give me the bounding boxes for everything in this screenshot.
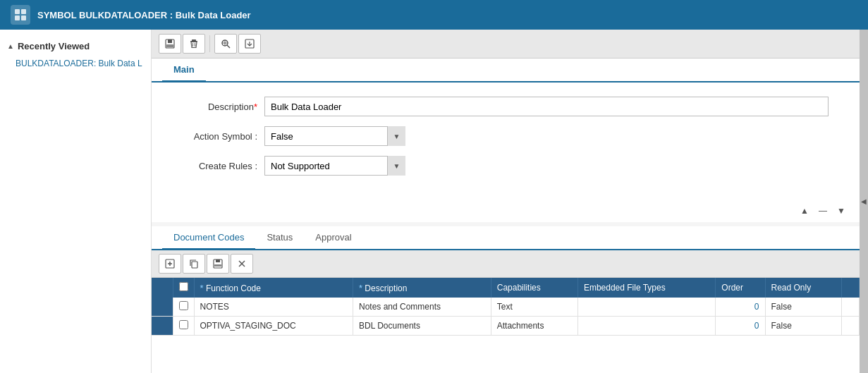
row-description: BDL Documents [353, 317, 491, 336]
table-row: OPTIVA_STAGING_DOC BDL Documents Attachm… [152, 317, 860, 336]
col-embedded-file-types: Embedded File Types [577, 278, 715, 298]
create-rules-row: Create Rules : Not Supported Supported ▼ [173, 156, 838, 176]
col-order: Order [716, 278, 765, 298]
row-extra [841, 298, 859, 317]
save-rows-button[interactable] [207, 254, 229, 274]
row-function-code: OPTIVA_STAGING_DOC [194, 317, 353, 336]
col-checkbox [173, 278, 194, 298]
svg-rect-1 [21, 9, 26, 14]
create-rules-select-wrapper: Not Supported Supported ▼ [264, 156, 405, 176]
svg-rect-3 [21, 16, 26, 20]
app-icon [11, 5, 30, 25]
col-read-only: Read Only [765, 278, 841, 298]
tab-main[interactable]: Main [162, 59, 206, 82]
add-row-button[interactable] [159, 254, 181, 274]
svg-rect-5 [168, 39, 172, 43]
action-symbol-row: Action Symbol : False True ▼ [173, 126, 838, 146]
col-description: * Description [353, 278, 491, 298]
col-extra [841, 278, 859, 298]
chevron-up-icon: ▲ [7, 42, 14, 50]
delete-button[interactable] [183, 34, 205, 54]
row-order: 0 [716, 298, 765, 317]
svg-rect-2 [15, 16, 20, 20]
create-rules-select[interactable]: Not Supported Supported [264, 156, 405, 176]
svg-line-12 [227, 45, 230, 48]
sidebar: ▲ Recently Viewed BULKDATALOADER: Bulk D… [0, 30, 152, 373]
row-extra [841, 317, 859, 336]
tab-approval[interactable]: Approval [304, 226, 362, 250]
col-function-code: * Function Code [194, 278, 353, 298]
export-button[interactable] [238, 34, 261, 54]
svg-rect-6 [166, 44, 173, 47]
svg-rect-0 [15, 9, 20, 14]
recently-viewed-label: Recently Viewed [18, 41, 90, 51]
app-header: SYMBOL BULKDATALOADER : Bulk Data Loader [0, 0, 868, 30]
main-toolbar [152, 30, 860, 59]
sub-toolbar [152, 250, 860, 278]
row-capabilities: Attachments [491, 317, 577, 336]
row-read-only: False [765, 317, 841, 336]
row-checkbox[interactable] [173, 317, 194, 336]
row-function-code: NOTES [194, 298, 353, 317]
collapse-up-button[interactable]: ▲ [797, 203, 812, 219]
action-symbol-select-wrapper: False True ▼ [264, 126, 405, 146]
collapse-handle[interactable]: ◀ [860, 30, 868, 373]
document-codes-table: * Function Code * Description Capabiliti… [152, 278, 860, 336]
section-controls: ▲ — ▼ [152, 200, 860, 222]
sidebar-item-bulkdataloader[interactable]: BULKDATALOADER: Bulk Data L [0, 56, 151, 71]
main-content: Main Description* Action Symbol : False … [152, 30, 860, 373]
description-row: Description* [173, 97, 838, 116]
action-symbol-label: Action Symbol : [173, 131, 264, 142]
description-label: Description* [173, 102, 264, 112]
collapse-down-button[interactable]: ▼ [833, 203, 849, 219]
row-indicator [152, 298, 173, 317]
recently-viewed-header[interactable]: ▲ Recently Viewed [0, 37, 151, 56]
toolbar-separator [209, 35, 210, 52]
main-tabs: Main [152, 59, 860, 82]
row-order: 0 [716, 317, 765, 336]
action-symbol-select[interactable]: False True [264, 126, 405, 146]
row-embedded-file-types [577, 298, 715, 317]
select-all-checkbox[interactable] [179, 282, 188, 291]
description-input[interactable] [264, 97, 829, 116]
tab-document-codes[interactable]: Document Codes [162, 226, 255, 250]
copy-row-button[interactable] [183, 254, 205, 274]
svg-rect-7 [192, 39, 196, 41]
row-read-only: False [765, 298, 841, 317]
svg-rect-23 [214, 264, 221, 267]
svg-rect-20 [192, 262, 197, 268]
row-description: Notes and Comments [353, 298, 491, 317]
create-rules-label: Create Rules : [173, 161, 264, 171]
row-embedded-file-types [577, 317, 715, 336]
save-button[interactable] [159, 34, 181, 54]
svg-rect-22 [216, 259, 220, 262]
delete-row-button[interactable] [231, 254, 253, 274]
col-capabilities: Capabilities [491, 278, 577, 298]
lower-tabs: Document Codes Status Approval [152, 226, 860, 250]
search-button[interactable] [214, 34, 237, 54]
col-indicator [152, 278, 173, 298]
row-indicator [152, 317, 173, 336]
table-wrapper: * Function Code * Description Capabiliti… [152, 278, 860, 373]
row-capabilities: Text [491, 298, 577, 317]
tab-status[interactable]: Status [255, 226, 304, 250]
collapse-neutral-button[interactable]: — [815, 203, 831, 219]
required-indicator: * [254, 102, 257, 112]
row-checkbox[interactable] [173, 298, 194, 317]
form-fields: Description* Action Symbol : False True … [152, 82, 860, 200]
table-row: NOTES Notes and Comments Text 0 False [152, 298, 860, 317]
app-title: SYMBOL BULKDATALOADER : Bulk Data Loader [37, 9, 251, 20]
